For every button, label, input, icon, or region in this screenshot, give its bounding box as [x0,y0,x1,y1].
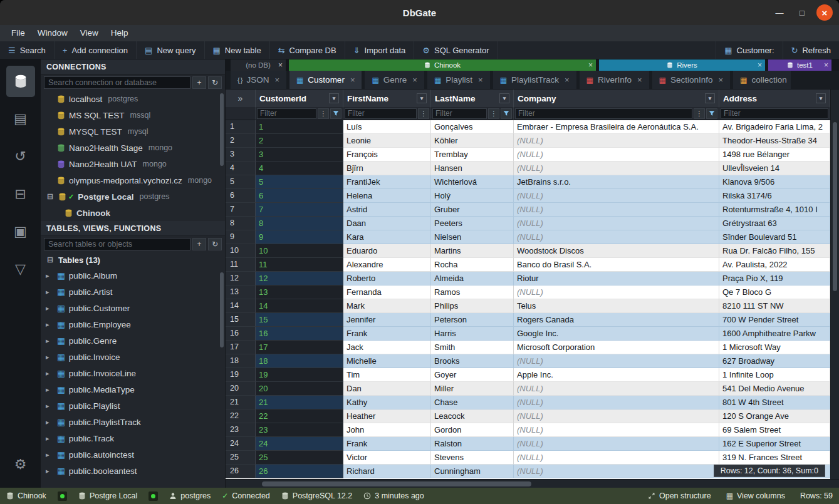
table-item-public-invoice[interactable]: ▸▦public.Invoice [41,349,225,365]
db-tab-test1[interactable]: test1× [768,59,831,71]
table-item-public-mediatype[interactable]: ▸▦public.MediaType [41,381,225,398]
filter-input-address[interactable] [721,108,828,119]
cell-company[interactable]: (NULL) [514,396,719,409]
cell-company[interactable]: (NULL) [514,162,719,175]
cell-lastname[interactable]: Holý [431,189,514,203]
tables-scrollbar[interactable] [220,272,224,347]
chevron-down-icon[interactable]: ▾ [417,93,427,103]
cell-firstname[interactable]: Luís [343,120,431,134]
cell-company[interactable]: (NULL) [514,423,719,437]
sidebar-plugins-button[interactable]: ▣ [6,216,35,247]
cell-customerid[interactable]: 3 [256,148,343,162]
cell-address[interactable]: Rua Dr. Falcão Filho, 155 [719,244,830,258]
cell-company[interactable]: Telus [514,299,719,313]
row-number[interactable]: 8 [226,217,256,230]
connection-item-postgre-local[interactable]: ⊟✓Postgre Localpostgres [41,188,225,205]
filter-input-company[interactable] [515,108,692,119]
close-button[interactable]: × [816,4,833,21]
connection-item-localhost[interactable]: localhostpostgres [41,91,225,107]
cell-customerid[interactable]: 23 [256,423,343,437]
cell-lastname[interactable]: Rocha [431,258,514,272]
tab-collection[interactable]: ▦collection [733,71,791,89]
close-tab-icon[interactable]: × [478,75,483,85]
close-tab-icon[interactable]: × [824,61,828,69]
cell-company[interactable]: Riotur [514,272,719,285]
refresh-connections-button[interactable]: ↻ [208,76,222,89]
cell-customerid[interactable]: 7 [256,203,343,217]
row-number[interactable]: 10 [226,244,256,258]
row-number[interactable]: 13 [226,285,256,299]
cell-lastname[interactable]: Miller [431,382,514,396]
cell-customerid[interactable]: 14 [256,299,343,313]
row-number[interactable]: 23 [226,423,256,437]
cell-company[interactable]: Google Inc. [514,327,719,341]
grid-corner-button[interactable]: » [226,90,256,107]
cell-lastname[interactable]: Martins [431,244,514,258]
cell-lastname[interactable]: Peterson [431,313,514,327]
cell-customerid[interactable]: 13 [256,285,343,299]
cell-address[interactable]: Rilská 3174/6 [719,189,830,203]
toolbar-refresh-button[interactable]: ↻Refresh [783,41,839,59]
filter-funnel-button[interactable] [706,108,717,119]
cell-customerid[interactable]: 8 [256,217,343,230]
chevron-right-icon[interactable]: ▸ [46,337,53,345]
cell-firstname[interactable]: Victor [343,451,431,465]
chevron-down-icon[interactable]: ▾ [329,93,339,103]
cell-address[interactable]: Av. Paulista, 2022 [719,258,830,272]
chevron-right-icon[interactable]: ▸ [46,386,53,394]
close-tab-icon[interactable]: × [350,75,355,85]
filter-input-firstname[interactable] [345,108,417,119]
sidebar-settings-button[interactable]: ⚙ [6,449,35,480]
cell-company[interactable]: JetBrains s.r.o. [514,175,719,189]
filter-funnel-button[interactable] [501,108,512,119]
table-item-public-booleantest[interactable]: ▸▦public.booleantest [41,463,225,479]
row-number[interactable]: 22 [226,409,256,423]
row-number[interactable]: 14 [226,299,256,313]
close-tab-icon[interactable]: × [278,61,283,69]
cell-company[interactable]: (NULL) [514,189,719,203]
cell-address[interactable]: Klanova 9/506 [719,175,830,189]
connection-item-nano2health-stage[interactable]: Nano2Health Stagemongo [41,140,225,156]
column-header-address[interactable]: Address▾ [719,90,830,107]
row-number[interactable]: 20 [226,382,256,396]
toolbar-sql-generator-button[interactable]: ⚙SQL Generator [414,41,498,59]
cell-company[interactable]: Apple Inc. [514,368,719,382]
table-item-public-playlisttrack[interactable]: ▸▦public.PlaylistTrack [41,414,225,430]
cell-address[interactable]: 1 Infinite Loop [719,368,830,382]
cell-lastname[interactable]: Peeters [431,217,514,230]
sidebar-archive-button[interactable]: ⊟ [6,178,35,210]
row-number[interactable]: 4 [226,162,256,175]
chevron-right-icon[interactable]: ▸ [46,418,53,426]
cell-lastname[interactable]: Wichterlová [431,175,514,189]
cell-company[interactable]: (NULL) [514,134,719,148]
db-tab-chinook[interactable]: Chinook× [289,59,596,71]
cell-firstname[interactable]: Tim [343,368,431,382]
chevron-down-icon[interactable]: ▾ [816,93,826,103]
minimize-button[interactable]: — [771,4,788,21]
cell-lastname[interactable]: Hansen [431,162,514,175]
cell-address[interactable]: Grétrystraat 63 [719,217,830,230]
toolbar-new-table-button[interactable]: ▦New table [205,41,270,59]
cell-address[interactable]: 8210 111 ST NW [719,299,830,313]
cell-customerid[interactable]: 1 [256,120,343,134]
cell-lastname[interactable]: Chase [431,396,514,409]
refresh-objects-button[interactable]: ↻ [208,238,222,250]
cell-customerid[interactable]: 25 [256,451,343,465]
column-header-company[interactable]: Company▾ [514,90,719,107]
cell-lastname[interactable]: Gordon [431,423,514,437]
row-number[interactable]: 15 [226,313,256,327]
column-header-firstname[interactable]: FirstName▾ [343,90,431,107]
cell-firstname[interactable]: Leonie [343,134,431,148]
add-connection-plus-button[interactable]: + [192,76,206,89]
cell-firstname[interactable]: Alexandre [343,258,431,272]
collapse-icon[interactable]: ⊟ [46,192,55,201]
tab-genre[interactable]: ▦Genre× [365,71,424,89]
row-number[interactable]: 7 [226,203,256,217]
cell-lastname[interactable]: Smith [431,341,514,354]
cell-lastname[interactable]: Almeida [431,272,514,285]
row-number[interactable]: 24 [226,437,256,451]
table-item-public-artist[interactable]: ▸▦public.Artist [41,284,225,300]
cell-firstname[interactable]: Jack [343,341,431,354]
sidebar-files-button[interactable]: ▤ [6,103,35,135]
close-tab-icon[interactable]: × [565,75,570,85]
